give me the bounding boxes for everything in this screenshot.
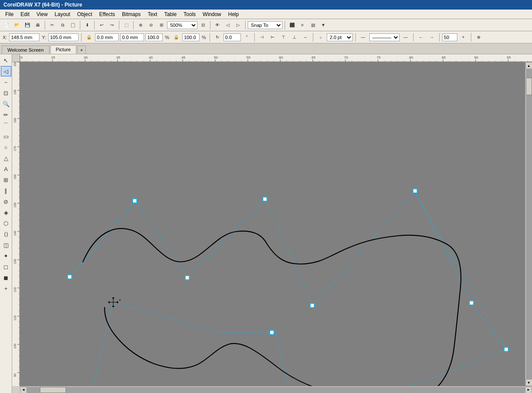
tool-color-eyedropper[interactable]: ✦ (1, 251, 11, 261)
scale-h-input[interactable] (182, 33, 200, 41)
menu-table[interactable]: Table (161, 10, 180, 18)
extra-btn[interactable]: ⊕ (474, 33, 483, 42)
end-arrow-btn[interactable]: → (427, 33, 437, 42)
node-count-up[interactable]: + (459, 33, 468, 42)
scroll-track-h[interactable] (27, 387, 525, 393)
zoom-page-btn[interactable]: ⊟ (198, 20, 208, 30)
tool-freehand[interactable]: ✏ (1, 109, 11, 120)
rotate-icon[interactable]: ↻ (213, 33, 222, 42)
angle-btn[interactable]: ° (242, 33, 252, 42)
menu-edit[interactable]: Edit (17, 10, 33, 18)
h-input[interactable] (120, 33, 144, 41)
x-input[interactable] (9, 33, 39, 41)
menu-view[interactable]: View (33, 10, 51, 18)
bottom-scrollbar[interactable]: ◄ ► (20, 386, 532, 393)
redo-btn[interactable]: ↪ (107, 20, 117, 30)
tool-fill[interactable]: ◈ (1, 207, 11, 218)
menu-window[interactable]: Window (199, 10, 225, 18)
tool-blend[interactable]: ⟨⟩ (1, 229, 11, 239)
outline-style-btn[interactable]: — (358, 33, 368, 42)
next-btn[interactable]: ▷ (233, 20, 243, 30)
prev-btn[interactable]: ◁ (223, 20, 233, 30)
tool-rectangle[interactable]: ▭ (1, 131, 11, 142)
scroll-thumb-h[interactable] (40, 387, 66, 393)
tool-shadow[interactable]: ◼ (1, 272, 11, 283)
tool-transparency[interactable]: ◫ (1, 240, 11, 250)
tab-add-btn[interactable]: + (77, 46, 86, 54)
menu-effects[interactable]: Effects (96, 10, 118, 18)
menu-text[interactable]: Text (144, 10, 161, 18)
tab-picture[interactable]: Picture (50, 45, 76, 54)
align-top-icon[interactable]: ⊤ (279, 33, 289, 42)
left-ruler-canvas (12, 62, 20, 386)
align-left-icon[interactable]: ⊣ (257, 33, 267, 42)
paste-btn[interactable]: 📋 (68, 20, 78, 30)
right-scrollbar[interactable]: ▲ ▼ (525, 62, 532, 386)
tool-smart-fill[interactable]: ⬡ (1, 218, 11, 228)
copy-btn[interactable]: ⧉ (58, 20, 67, 30)
zoom-in-btn[interactable]: ⊕ (136, 20, 145, 30)
align-right-icon[interactable]: ⊢ (268, 33, 278, 42)
y-input[interactable] (48, 33, 79, 41)
zoom-select[interactable]: 500% 400% 200% 100% 50% (167, 21, 197, 29)
tool-zoom[interactable]: 🔍 (1, 99, 11, 109)
scroll-thumb-v[interactable] (526, 78, 532, 95)
print-btn[interactable]: 🖶 (33, 20, 43, 30)
tool-smart-draw[interactable]: ⌒ (1, 120, 11, 131)
tool-shape-edit[interactable]: ◁ (1, 66, 11, 76)
view-btn[interactable]: 👁 (213, 20, 222, 30)
tool-parallel[interactable]: ∥ (1, 185, 11, 196)
angle-input[interactable] (223, 33, 241, 41)
menu-object[interactable]: Object (74, 10, 96, 18)
node-icon[interactable]: ⬦ (316, 33, 325, 42)
lock-icon[interactable]: 🔒 (84, 33, 94, 42)
tool-crop[interactable]: ⊡ (1, 88, 11, 98)
start-arrow-btn[interactable]: ← (416, 33, 426, 42)
open-btn[interactable]: 📂 (12, 20, 22, 30)
scale-w-input[interactable] (145, 33, 163, 41)
outline-end-btn[interactable]: — (401, 33, 410, 42)
menu-layout[interactable]: Layout (51, 10, 74, 18)
tool-smear[interactable]: ~ (1, 77, 11, 87)
menu-file[interactable]: File (2, 10, 17, 18)
zoom-fit-btn[interactable]: ⊞ (157, 20, 166, 30)
scroll-right-btn[interactable]: ► (525, 386, 532, 393)
tool-polygon[interactable]: △ (1, 153, 11, 163)
w-input[interactable] (95, 33, 119, 41)
menu-tools[interactable]: Tools (180, 10, 199, 18)
view2-btn[interactable]: ▤ (308, 20, 318, 30)
special-btn[interactable]: ⬚ (122, 20, 131, 30)
import-btn[interactable]: ⬇ (82, 20, 92, 30)
tool-eyedropper[interactable]: ⊘ (1, 196, 11, 207)
tool-select[interactable]: ↖ (1, 55, 11, 66)
scroll-track-v[interactable] (526, 69, 532, 379)
tool-table[interactable]: ⊞ (1, 175, 11, 185)
linewidth-select[interactable]: 2.0 pt 1.0 pt 0.5 pt (327, 33, 353, 41)
save-btn[interactable]: 💾 (23, 20, 32, 30)
dropdown-btn[interactable]: ▼ (319, 20, 328, 30)
scroll-left-btn[interactable]: ◄ (20, 386, 27, 393)
top-ruler-canvas (20, 54, 532, 62)
menu-help[interactable]: Help (225, 10, 243, 18)
scroll-down-btn[interactable]: ▼ (525, 379, 532, 386)
cut-btn[interactable]: ✂ (47, 20, 57, 30)
new-btn[interactable]: 📄 (2, 20, 11, 30)
undo-btn[interactable]: ↩ (97, 20, 106, 30)
drawing-canvas[interactable]: + (20, 62, 525, 386)
tab-welcome[interactable]: Welcome Screen (2, 46, 49, 54)
bitmap-btn[interactable]: ⬛ (287, 20, 297, 30)
lock-scale-icon[interactable]: 🔒 (171, 33, 181, 42)
options-btn[interactable]: ≡ (298, 20, 307, 30)
outline-select[interactable]: ———— (369, 33, 400, 41)
align-bottom-icon[interactable]: ⊥ (290, 33, 299, 42)
tool-plus[interactable]: + (1, 283, 11, 294)
tool-outline[interactable]: ◻ (1, 261, 11, 272)
snap-select[interactable]: Snap To (248, 21, 282, 29)
zoom-out-btn[interactable]: ⊖ (146, 20, 156, 30)
node-count-input[interactable] (442, 33, 457, 41)
scroll-up-btn[interactable]: ▲ (525, 62, 532, 69)
tool-text[interactable]: A (1, 164, 11, 174)
tool-ellipse[interactable]: ○ (1, 142, 11, 152)
menu-bitmaps[interactable]: Bitmaps (118, 10, 144, 18)
align-center-h-icon[interactable]: ↔ (301, 33, 310, 42)
